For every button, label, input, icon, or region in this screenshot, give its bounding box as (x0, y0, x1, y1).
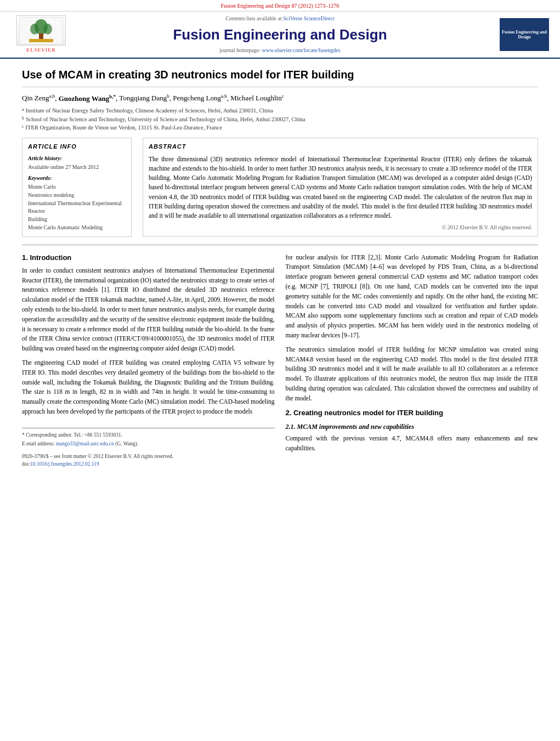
keywords-label: Keywords: (28, 174, 126, 182)
right-intro-para-2: The neutronics simulation model of ITER … (286, 345, 539, 404)
footer-area: * Corresponding author. Tel.: +86 551 55… (22, 428, 275, 448)
email-note: E-mail address: mango33@mail.ustc.edu.cn… (22, 440, 275, 448)
affiliation-c: c ITER Organization, Route de Vinon sur … (22, 123, 538, 132)
article-info-title: ARTICLE INFO (28, 143, 126, 151)
body-content: 1. Introduction In order to conduct cons… (22, 253, 538, 468)
issn-line: 0920-3796/$ – see front matter © 2012 El… (22, 453, 275, 460)
corresponding-author: Guozhong Wangb,* (59, 94, 116, 103)
body-col-right: for nuclear analysis for ITER [2,3]. Mon… (286, 253, 539, 468)
issn-area: 0920-3796/$ – see front matter © 2012 El… (22, 453, 275, 468)
journal-homepage: journal homepage: www.elsevier.com/locat… (71, 47, 489, 54)
doi-link[interactable]: 10.1016/j.fusengdes.2012.02.119 (30, 461, 99, 467)
main-content: Use of MCAM in creating 3D neutronics mo… (0, 59, 560, 479)
affiliation-b: b School of Nuclear Science and Technolo… (22, 115, 538, 124)
keyword-2: Neutronics modeling (28, 191, 126, 199)
article-info-col: ARTICLE INFO Article history: Available … (22, 138, 132, 236)
svg-point-2 (30, 24, 39, 35)
journal-logo-right: Fusion Engineering and Design (489, 18, 549, 51)
elsevier-text: ELSEVIER (26, 47, 56, 54)
email-link[interactable]: mango33@mail.ustc.edu.cn (56, 441, 114, 446)
abstract-box: ABSTRACT The three dimensional (3D) neut… (143, 138, 538, 236)
affiliations: a Institute of Nuclear Energy Safety Tec… (22, 106, 538, 132)
keyword-4: Building (28, 216, 126, 223)
corr-footnote: * Corresponding author. Tel.: +86 551 55… (22, 432, 275, 439)
intro-para-2: The engineering CAD model of ITER buildi… (22, 358, 275, 417)
journal-ref: Fusion Engineering and Design 87 (2012) … (221, 3, 340, 9)
subsection-21-para: Compared with the previous version 4.7, … (286, 434, 539, 454)
keyword-3: International Thermonuclear Experimental… (28, 200, 126, 215)
history-label: Article history: (28, 155, 126, 162)
keyword-1: Monte Carlo (28, 183, 126, 191)
logo-title: Fusion Engineering and Design (502, 30, 547, 40)
homepage-link[interactable]: www.elsevier.com/locate/fusengdes (262, 47, 341, 53)
subsection-21-heading: 2.1. MCAM improvements and new capabilit… (286, 422, 539, 432)
copyright-line: © 2012 Elsevier B.V. All rights reserved… (149, 224, 532, 231)
intro-heading: 1. Introduction (22, 253, 275, 263)
journal-banner: Fusion Engineering and Design 87 (2012) … (0, 0, 560, 12)
abstract-text: The three dimensional (3D) neutronics re… (149, 155, 532, 221)
journal-title: Fusion Engineering and Design (71, 25, 489, 44)
section2-heading: 2. Creating neutronics model for ITER bu… (286, 408, 539, 418)
doi-line: doi:10.1016/j.fusengdes.2012.02.119 (22, 461, 275, 468)
section2-heading-text: 2. Creating neutronics model for ITER bu… (286, 409, 443, 417)
intro-para-1: In order to conduct consistent neutronic… (22, 266, 275, 354)
journal-logo-box: Fusion Engineering and Design (500, 18, 549, 51)
sciverse-link[interactable]: SciVerse ScienceDirect (283, 15, 335, 21)
subsection-21-text: 2.1. MCAM improvements and new capabilit… (286, 423, 414, 431)
info-abstract-section: ARTICLE INFO Article history: Available … (22, 138, 538, 236)
affiliation-a: a Institute of Nuclear Energy Safety Tec… (22, 106, 538, 115)
authors-line: Qin Zenga,b, Guozhong Wangb,*, Tongqiang… (22, 93, 538, 104)
available-online: Available online 27 March 2012 (28, 163, 126, 171)
keywords-list: Monte Carlo Neutronics modeling Internat… (28, 183, 126, 231)
body-col-left: 1. Introduction In order to conduct cons… (22, 253, 275, 468)
intro-heading-text: 1. Introduction (22, 253, 71, 262)
section-divider (22, 245, 538, 245)
svg-rect-5 (29, 39, 53, 42)
elsevier-logo-area: ELSEVIER (11, 15, 71, 54)
abstract-col: ABSTRACT The three dimensional (3D) neut… (143, 138, 538, 236)
elsevier-logo: ELSEVIER (11, 15, 71, 54)
journal-header-center: Contents lists available at SciVerse Sci… (71, 15, 489, 54)
right-intro-para-1: for nuclear analysis for ITER [2,3]. Mon… (286, 253, 539, 341)
sciverse-text: Contents lists available at SciVerse Sci… (71, 15, 489, 22)
journal-header: ELSEVIER Contents lists available at Sci… (0, 12, 560, 59)
elsevier-img (16, 15, 66, 46)
article-title: Use of MCAM in creating 3D neutronics mo… (22, 67, 538, 87)
svg-point-3 (43, 24, 52, 35)
keyword-5: Monte Carlo Automatic Modeling (28, 224, 126, 231)
abstract-title: ABSTRACT (149, 143, 532, 151)
article-info-box: ARTICLE INFO Article history: Available … (22, 138, 132, 236)
